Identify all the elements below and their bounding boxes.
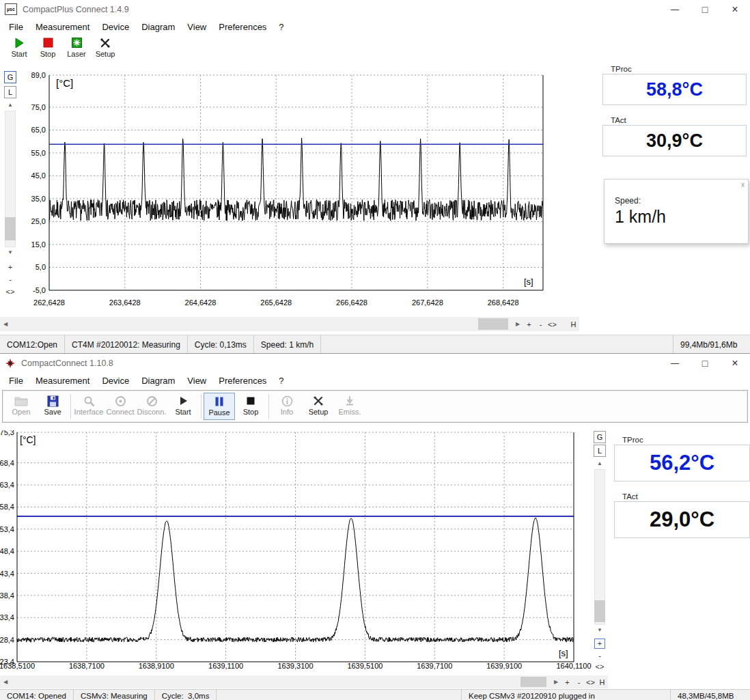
zoom-out-button[interactable]: - [535, 320, 546, 328]
menu1-measurement[interactable]: Measurement [29, 20, 96, 34]
menu2-view[interactable]: View [181, 374, 212, 388]
scroll-up-icon[interactable]: ▲ [5, 101, 16, 109]
scroll-down-icon[interactable]: ▼ [594, 626, 605, 634]
zoom-fit-button[interactable]: <> [546, 320, 558, 328]
emissivity-button[interactable]: Emiss. [334, 393, 365, 420]
vertical-scroll-thumb[interactable] [594, 600, 605, 622]
x-unit-label: [s] [559, 648, 568, 658]
svg-text:45,0: 45,0 [31, 171, 46, 180]
compactconnect-app-icon [5, 358, 16, 369]
menu1-preferences[interactable]: Preferences [212, 20, 273, 34]
svg-text:58,4: 58,4 [0, 503, 14, 511]
close-button[interactable]: × [720, 0, 750, 18]
horizontal-scroll-track[interactable] [11, 675, 551, 688]
scroll-right-icon[interactable]: ▶ [551, 679, 561, 685]
speed-panel-close-icon[interactable]: x [741, 181, 745, 188]
scroll-up-icon[interactable]: ▲ [594, 460, 605, 468]
close-button[interactable]: × [720, 354, 750, 372]
scroll-right-icon[interactable]: ▶ [512, 321, 523, 327]
setup-label: Setup [309, 408, 329, 416]
zoom-fit-button[interactable]: <> [5, 287, 16, 297]
chart-gridlines [49, 75, 543, 290]
svg-text:75,0: 75,0 [31, 103, 46, 111]
menu1-device[interactable]: Device [96, 20, 135, 34]
grid-toggle-button[interactable]: G [4, 71, 16, 83]
svg-text:264,6428: 264,6428 [185, 298, 217, 307]
tproc-value: 58,8°C [646, 79, 703, 100]
svg-text:33,4: 33,4 [0, 613, 14, 621]
info-button[interactable]: Info [271, 393, 303, 420]
scroll-down-icon[interactable]: ▼ [5, 249, 16, 257]
signal-trace [49, 138, 542, 221]
start-button[interactable]: Start [167, 393, 199, 420]
compactplus-app-icon: µsc [5, 3, 17, 15]
zoom-in-button[interactable]: + [561, 678, 573, 686]
menu2-preferences[interactable]: Preferences [212, 374, 273, 388]
status-memory: 99,4Mb/91,6Mb [673, 335, 750, 354]
scroll-left-icon[interactable]: ◀ [0, 679, 11, 685]
svg-text:265,6428: 265,6428 [260, 298, 292, 307]
emissivity-icon [344, 395, 355, 407]
status-speed: Speed: 1 km/h [254, 335, 321, 354]
menu1-view[interactable]: View [181, 20, 212, 34]
interface-search-icon [83, 395, 95, 407]
open-button[interactable]: Open [5, 393, 37, 420]
maximize-button[interactable]: □ [690, 354, 720, 372]
hold-button[interactable]: H [568, 320, 579, 328]
menu2-device[interactable]: Device [96, 374, 135, 388]
svg-text:263,6428: 263,6428 [109, 298, 141, 307]
chart1-left-controls: G L ▲ ▼ + - <> [4, 71, 18, 307]
value-panel-compactconnect: TProc 56,2°C TAct 29,0°C [614, 436, 750, 538]
temperature-chart-compactplus[interactable]: 89,075,065,055,045,035,025,015,05,0-5,02… [20, 68, 567, 311]
maximize-button[interactable]: □ [690, 0, 720, 18]
stop-button[interactable]: Stop [36, 37, 60, 70]
vertical-scroll-thumb[interactable] [5, 217, 16, 240]
svg-text:1639,1100: 1639,1100 [208, 662, 243, 670]
minimize-button[interactable]: — [660, 354, 690, 372]
menu2-help[interactable]: ? [273, 374, 290, 388]
horizontal-scroll-thumb[interactable] [478, 318, 508, 330]
save-button[interactable]: Save [37, 393, 68, 420]
laser-icon [72, 37, 82, 48]
disconnect-label: Disconn. [137, 408, 167, 416]
menu2-diagram[interactable]: Diagram [135, 374, 181, 388]
zoom-fit-button[interactable]: <> [585, 678, 596, 686]
interface-button[interactable]: Interface [73, 393, 105, 420]
menu1-diagram[interactable]: Diagram [135, 20, 181, 34]
temperature-chart-compactconnect[interactable]: 75,368,463,458,453,448,443,438,433,428,4… [0, 430, 593, 689]
svg-text:43,4: 43,4 [0, 570, 14, 578]
menu2-measurement[interactable]: Measurement [29, 374, 96, 388]
svg-text:1639,9100: 1639,9100 [486, 662, 522, 670]
menu1-file[interactable]: File [3, 20, 29, 34]
zoom-out-button[interactable]: - [573, 678, 585, 686]
scroll-left-icon[interactable]: ◀ [0, 321, 11, 327]
stop-button[interactable]: Stop [235, 393, 266, 420]
grid-toggle-button[interactable]: G [594, 431, 606, 443]
start-button[interactable]: Start [7, 37, 31, 70]
info-icon [281, 395, 293, 407]
zoom-out-button[interactable]: - [594, 651, 605, 661]
menu2-file[interactable]: File [3, 374, 29, 388]
setup-button[interactable]: Setup [303, 393, 334, 420]
menu1-help[interactable]: ? [273, 20, 290, 34]
zoom-out-button[interactable]: - [5, 275, 16, 285]
zoom-in-button[interactable]: + [523, 320, 535, 328]
zoom-in-button[interactable]: + [5, 262, 16, 272]
tproc-label: TProc [611, 65, 747, 73]
minimize-button[interactable]: — [660, 0, 690, 18]
pause-button[interactable]: Pause [204, 393, 235, 420]
hold-button[interactable]: H [596, 678, 608, 686]
speed-value: 1 km/h [615, 207, 666, 227]
svg-text:262,6428: 262,6428 [33, 298, 65, 307]
svg-text:1640,1100: 1640,1100 [556, 662, 591, 670]
legend-toggle-button[interactable]: L [4, 86, 16, 98]
connect-button[interactable]: Connect [105, 393, 136, 420]
zoom-fit-button[interactable]: <> [594, 662, 605, 672]
setup-button[interactable]: Setup [93, 37, 117, 70]
horizontal-scroll-thumb[interactable] [520, 677, 546, 687]
horizontal-scroll-track[interactable] [11, 317, 512, 331]
zoom-in-button[interactable]: + [594, 639, 605, 649]
laser-button[interactable]: Laser [64, 37, 89, 70]
legend-toggle-button[interactable]: L [594, 445, 606, 457]
disconnect-button[interactable]: Disconn. [136, 393, 167, 420]
